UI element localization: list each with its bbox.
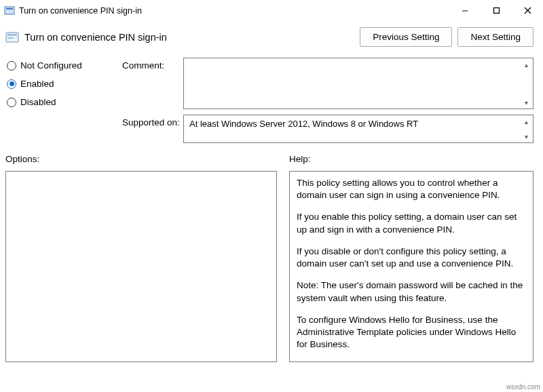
maximize-button[interactable] [481,0,512,22]
policy-title: Turn on convenience PIN sign-in [24,32,360,43]
options-panel [5,171,277,362]
policy-icon [5,31,19,44]
supported-on-box: At least Windows Server 2012, Windows 8 … [183,115,533,143]
radio-label: Enabled [20,79,54,89]
titlebar: Turn on convenience PIN sign-in [0,0,543,22]
svg-rect-7 [7,34,17,36]
options-label: Options: [5,154,277,164]
window-title: Turn on convenience PIN sign-in [19,6,449,16]
policy-header: Turn on convenience PIN sign-in Previous… [0,22,543,54]
radio-disabled[interactable]: Disabled [7,97,122,107]
minimize-button[interactable] [449,0,481,22]
help-paragraph: If you disable or don't configure this p… [297,246,523,270]
radio-not-configured[interactable]: Not Configured [7,60,122,71]
help-paragraph: To configure Windows Hello for Business,… [297,314,523,351]
scroll-up-icon[interactable]: ▴ [521,117,531,126]
scroll-down-icon[interactable]: ▾ [521,132,531,141]
comment-textarea[interactable]: ▴ ▾ [183,58,533,109]
help-label: Help: [289,154,533,164]
radio-icon [7,98,16,107]
radio-label: Disabled [20,97,56,107]
svg-rect-0 [5,7,14,14]
svg-rect-3 [493,8,499,14]
watermark: wsxdn.com [506,383,540,391]
radio-label: Not Configured [20,60,82,71]
window-controls [449,0,543,22]
help-paragraph: This policy setting allows you to contro… [297,177,523,201]
previous-setting-button[interactable]: Previous Setting [360,27,452,47]
radio-icon [7,61,16,71]
state-radio-group: Not Configured Enabled Disabled [7,58,122,109]
close-button[interactable] [512,0,543,22]
help-paragraph: Note: The user's domain password will be… [297,279,523,304]
svg-rect-1 [6,8,13,9]
next-setting-button[interactable]: Next Setting [457,27,533,47]
comment-label: Comment: [122,58,183,109]
supported-label: Supported on: [122,115,183,143]
help-paragraph: If you enable this policy setting, a dom… [297,211,523,235]
app-icon [4,5,15,16]
radio-icon [7,79,16,89]
radio-enabled[interactable]: Enabled [7,79,122,89]
scroll-down-icon[interactable]: ▾ [521,98,531,107]
help-panel: This policy setting allows you to contro… [289,171,533,362]
svg-rect-8 [7,37,14,39]
scroll-up-icon[interactable]: ▴ [521,60,531,69]
supported-on-text: At least Windows Server 2012, Windows 8 … [189,119,418,129]
